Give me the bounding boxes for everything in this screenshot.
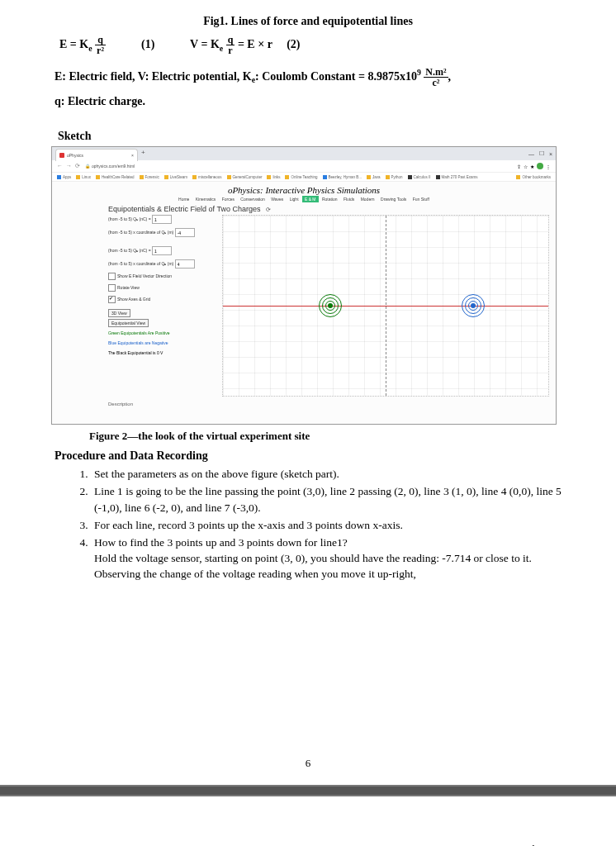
legend-black: The Black Equipotential is 0 V xyxy=(108,350,216,356)
reload-icon[interactable]: ⟳ xyxy=(75,163,80,169)
eq1-number: (1) xyxy=(141,38,154,50)
slider-q1[interactable]: (from -5 to 5) Q₁ (nC) = xyxy=(108,215,216,224)
share-icon[interactable]: ⇪ xyxy=(517,164,521,169)
bookmark-star-icon[interactable]: ☆ xyxy=(524,164,528,169)
menu-item[interactable]: Waves xyxy=(268,197,286,202)
menu-item[interactable]: Forces xyxy=(220,197,237,202)
bm-folder[interactable]: Linux xyxy=(76,175,91,179)
q1-input[interactable] xyxy=(152,215,172,224)
units-fraction: N.m² c² xyxy=(424,67,448,88)
charge-q1[interactable] xyxy=(319,294,342,317)
slider-q2[interactable]: (from -5 to 5) Q₂ (nC) = xyxy=(108,246,216,255)
3d-view-button[interactable]: 3D View xyxy=(108,309,130,317)
slider-x2[interactable]: (from -5 to 5) x coordinate of Q₂ (m) xyxy=(108,259,216,269)
browser-screenshot: oPhysics × + — ☐ × ← → ⟳ 🔒 ophysics.com/… xyxy=(51,146,557,425)
eq2-number: (2) xyxy=(287,38,300,50)
procedure-list: Set the parameters as on the above figur… xyxy=(91,466,562,582)
sim-controls: (from -5 to 5) Q₁ (nC) = (from -5 to 5) … xyxy=(108,215,216,397)
bm-apps[interactable]: Apps xyxy=(57,175,71,179)
eq1-lhs: E = K xyxy=(59,38,88,50)
menu-item[interactable]: Light xyxy=(287,197,301,202)
nav-buttons: ← → ⟳ xyxy=(57,163,80,169)
eq2-fraction: q r xyxy=(226,35,235,55)
bm-folder[interactable]: Python xyxy=(386,175,403,179)
procedure-step-1: Set the parameters as on the above figur… xyxy=(91,466,562,482)
menu-item[interactable]: Fluids xyxy=(341,197,357,202)
refresh-icon[interactable]: ⟳ xyxy=(263,207,271,212)
close-window-icon[interactable]: × xyxy=(549,151,552,157)
menu-item-active[interactable]: E & M xyxy=(302,196,319,202)
bm-folder[interactable]: LiveSteam xyxy=(164,175,187,179)
x2-input[interactable] xyxy=(175,259,195,269)
equation-row: E = Ke q r² (1) V = Ke q r = E × r (2) xyxy=(54,35,562,55)
legend-green: Green Equipotentials Are Positive xyxy=(108,330,216,336)
equipotential-view-button[interactable]: Equipotential View xyxy=(108,319,149,327)
eq2-mid: = E × r xyxy=(238,38,272,50)
tab-close-icon[interactable]: × xyxy=(131,153,134,158)
site-menu: Home Kinematics Forces Conservation Wave… xyxy=(52,195,556,205)
new-tab-button[interactable]: + xyxy=(141,149,145,160)
show-efield-checkbox[interactable] xyxy=(108,273,116,280)
rotate-view-checkbox[interactable] xyxy=(108,284,116,292)
bm-other[interactable]: Other bookmarks xyxy=(516,175,551,179)
sim-graph[interactable] xyxy=(222,215,549,397)
window-controls: — ☐ × xyxy=(528,147,556,160)
menu-dots-icon[interactable]: ⋮ xyxy=(546,164,551,169)
browser-tab[interactable]: oPhysics × xyxy=(55,149,138,161)
menu-item[interactable]: Modern xyxy=(358,197,377,202)
bm-folder[interactable]: links xyxy=(267,175,280,179)
forward-icon[interactable]: → xyxy=(66,163,72,169)
bm-folder[interactable]: HealthCare Related xyxy=(96,175,135,179)
sim-body: (from -5 to 5) Q₁ (nC) = (from -5 to 5) … xyxy=(52,215,556,400)
maximize-icon[interactable]: ☐ xyxy=(539,150,544,157)
bm-link[interactable]: Beezley, Hyman B... xyxy=(323,175,362,179)
site-title: oPhysics: Interactive Physics Simulation… xyxy=(52,182,556,195)
minimize-icon[interactable]: — xyxy=(528,151,534,157)
browser-tabbar: oPhysics × + — ☐ × xyxy=(52,147,556,160)
menu-item[interactable]: Conservation xyxy=(238,197,267,202)
page-break xyxy=(0,785,616,796)
procedure-step-2: Line 1 is going to be the line passing t… xyxy=(91,483,562,515)
menu-item[interactable]: Rotation xyxy=(320,197,340,202)
procedure-step-3: For each line, record 3 points up the x-… xyxy=(91,517,562,533)
menu-item[interactable]: Fun Stuff xyxy=(410,197,432,202)
eq2-lhs: V = K xyxy=(190,38,220,50)
fig1-title: Fig1. Lines of force and equipotential l… xyxy=(54,15,562,28)
back-icon[interactable]: ← xyxy=(57,163,63,169)
bm-folder[interactable]: GeneralComputer xyxy=(227,175,263,179)
eq1-fraction: q r² xyxy=(95,35,106,55)
procedure-step-4: How to find the 3 points up and 3 points… xyxy=(91,535,562,582)
bm-folder[interactable]: Online Teaching xyxy=(285,175,317,179)
q2-input[interactable] xyxy=(152,246,172,255)
profile-avatar-icon[interactable] xyxy=(537,163,543,169)
menu-item[interactable]: Kinematics xyxy=(193,197,218,202)
header-introduction: Introduction xyxy=(54,843,562,846)
x1-input[interactable] xyxy=(175,228,195,237)
sim-description-label: Description xyxy=(52,400,556,406)
bm-folder[interactable]: miscellaneous xyxy=(192,175,222,179)
bm-link[interactable]: Calculus II xyxy=(408,175,431,179)
slider-x1[interactable]: (from -5 to 5) x coordinate of Q₁ (m) xyxy=(108,228,216,237)
page-1: Fig1. Lines of force and equipotential l… xyxy=(0,0,616,785)
bookmarks-bar: Apps Linux HealthCare Related Forensic L… xyxy=(52,173,556,182)
sketch-heading: Sketch xyxy=(54,130,562,143)
url-field[interactable]: 🔒 ophysics.com/em9.html xyxy=(85,164,135,169)
page-number: 6 xyxy=(0,757,616,770)
show-axes-checkbox[interactable] xyxy=(108,296,116,303)
menu-item[interactable]: Drawing Tools xyxy=(378,197,409,202)
bm-folder[interactable]: Java xyxy=(367,175,381,179)
bm-folder[interactable]: Forensic xyxy=(140,175,159,179)
page-2: Introduction when reading is close to -7… xyxy=(0,796,616,846)
sim-heading: Equipotentials & Electric Field of Two C… xyxy=(52,205,556,215)
bm-link[interactable]: Math 270 Past Exams xyxy=(436,175,478,179)
procedure-heading: Procedure and Data Recording xyxy=(54,449,562,463)
lock-icon: 🔒 xyxy=(85,164,90,169)
fig2-caption: Figure 2—the look of the virtual experim… xyxy=(89,430,562,443)
address-bar: ← → ⟳ 🔒 ophysics.com/em9.html ⇪ ☆ ★ ⋮ xyxy=(52,160,556,173)
charge-q2[interactable] xyxy=(462,294,485,317)
legend-blue: Blue Equipotentials are Negative xyxy=(108,340,216,346)
favicon-icon xyxy=(59,153,64,158)
menu-item[interactable]: Home xyxy=(176,197,192,202)
extension-icon[interactable]: ★ xyxy=(530,164,534,169)
parameter-definitions: E: Electric field, V: Electric potential… xyxy=(54,64,562,115)
